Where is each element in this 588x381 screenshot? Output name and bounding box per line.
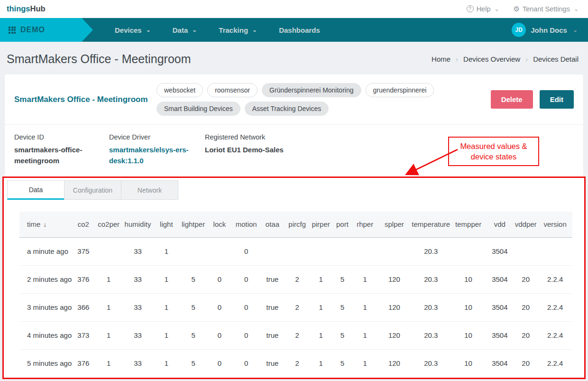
column-label: motion [236,220,257,228]
cell-splper: 120 [377,321,411,349]
cell-co2: 373 [73,321,95,349]
column-label: lightper [182,220,205,228]
cell-pircfg: 2 [285,321,310,349]
cell-motion: 0 [232,293,260,321]
column-header-rhper[interactable]: rhper [352,212,377,237]
cell-port: 5 [332,265,353,293]
tab-network[interactable]: Network [121,180,178,200]
column-header-co2[interactable]: co2 [73,212,95,237]
column-header-pircfg[interactable]: pircfg [285,212,310,237]
nav-item-devices[interactable]: Devices⌄ [115,26,151,34]
delete-button[interactable]: Delete [491,90,533,109]
chevron-down-icon: ⌄ [146,27,151,33]
column-header-lock[interactable]: lock [207,212,233,237]
column-label: splper [385,220,404,228]
cell-pirper: 1 [310,349,332,377]
cell-humidity: 33 [123,237,153,265]
cell-version: 2.2.4 [538,265,572,293]
breadcrumb-item[interactable]: Home [432,55,450,63]
cell-version: 2.2.4 [538,321,572,349]
column-header-humidity[interactable]: humidity [123,212,153,237]
column-label: lock [213,220,226,228]
column-header-vdd[interactable]: vdd [486,212,514,237]
column-label: pirper [312,220,330,228]
cell-pirper: 1 [310,321,332,349]
column-header-splper[interactable]: splper [377,212,411,237]
cell-pirper: 1 [310,293,332,321]
cell-splper: 120 [377,293,411,321]
table-header-row: time↓co2co2perhumiditylightlightperlockm… [19,212,572,237]
sort-descending-icon: ↓ [43,221,46,228]
tenant-settings-menu[interactable]: ⚙ Tenant Settings ⌄ [514,5,579,13]
column-header-motion[interactable]: motion [232,212,260,237]
cell-motion: 0 [232,265,260,293]
main-nav-bar: DEMO Devices⌄Data⌄Tracking⌄Dashboards JD… [0,18,588,42]
cell-vdd: 3504 [486,237,514,265]
user-name: John Docs [531,26,567,34]
column-header-co2per[interactable]: co2per [94,212,123,237]
device-field: Registered NetworkLoriot EU1 Demo-Sales [205,133,284,166]
cell-temperature: 20.3 [411,349,451,377]
column-label: port [336,220,349,228]
chevron-down-icon: ⌄ [494,6,499,12]
column-header-tempper[interactable]: tempper [451,212,486,237]
cell-vddper: 20 [514,265,538,293]
column-header-lightper[interactable]: lightper [180,212,207,237]
column-header-port[interactable]: port [332,212,353,237]
column-label: temperature [412,220,450,228]
column-header-otaa[interactable]: otaa [260,212,285,237]
chevron-down-icon: ⌄ [192,27,197,33]
nav-item-dashboards[interactable]: Dashboards [279,26,320,34]
help-menu[interactable]: ? Help ⌄ [467,5,499,13]
column-label: tempper [455,220,481,228]
cell-pircfg: 2 [285,265,310,293]
cell-tempper: 10 [451,349,486,377]
breadcrumb-item[interactable]: Devices Overview [463,55,520,63]
column-label: light [160,220,173,228]
cell-time: 3 minutes ago [19,293,73,321]
nav-items: Devices⌄Data⌄Tracking⌄Dashboards [115,26,320,34]
top-bar: thingsHub ? Help ⌄ ⚙ Tenant Settings ⌄ [0,0,588,18]
user-menu[interactable]: JD John Docs ⌄ [512,23,578,37]
tab-configuration[interactable]: Configuration [64,180,121,200]
gear-icon: ⚙ [514,5,520,12]
workspace-selector[interactable]: DEMO [0,18,93,42]
column-label: co2per [98,220,119,228]
panel-tabs: DataConfigurationNetwork [4,178,584,200]
breadcrumb-separator-icon: › [456,55,458,63]
page-title: SmartMakers Office - Meetingroom [7,52,191,66]
breadcrumb-item: Devices Detail [533,55,579,63]
cell-lightper: 5 [180,321,207,349]
cell-co2: 366 [73,293,95,321]
column-header-light[interactable]: light [153,212,180,237]
cell-humidity: 33 [123,293,153,321]
cell-rhper: 1 [352,293,377,321]
cell-pircfg: 2 [285,349,310,377]
cell-time: 4 minutes ago [19,321,73,349]
cell-light: 1 [153,265,180,293]
column-header-time[interactable]: time↓ [19,212,73,237]
cell-lock: 0 [207,293,233,321]
cell-pircfg: 2 [285,293,310,321]
nav-item-data[interactable]: Data⌄ [173,26,197,34]
cell-vddper: 20 [514,321,538,349]
table-row: 3 minutes ago3661331500true215112020.310… [19,293,572,321]
column-header-temperature[interactable]: temperature [411,212,451,237]
nav-item-tracking[interactable]: Tracking⌄ [219,26,257,34]
column-header-pirper[interactable]: pirper [310,212,332,237]
edit-button[interactable]: Edit [540,90,574,109]
cell-temperature: 20.3 [411,321,451,349]
cell-tempper: 10 [451,265,486,293]
tab-data[interactable]: Data [7,180,64,200]
column-header-vddper[interactable]: vddper [514,212,538,237]
device-tag: gruenderspinnerei [366,83,434,97]
cell-vdd: 3504 [486,349,514,377]
column-label: version [543,220,566,228]
field-value[interactable]: smartmakers/elsys-ers-desk:1.1.0 [109,145,195,166]
chevron-down-icon: ⌄ [573,27,578,33]
table-row: 4 minutes ago3731331500true215112020.310… [19,321,572,349]
column-label: pircfg [288,220,306,228]
column-header-version[interactable]: version [538,212,572,237]
tenant-settings-label: Tenant Settings [523,5,570,13]
app-logo[interactable]: thingsHub [7,4,46,13]
